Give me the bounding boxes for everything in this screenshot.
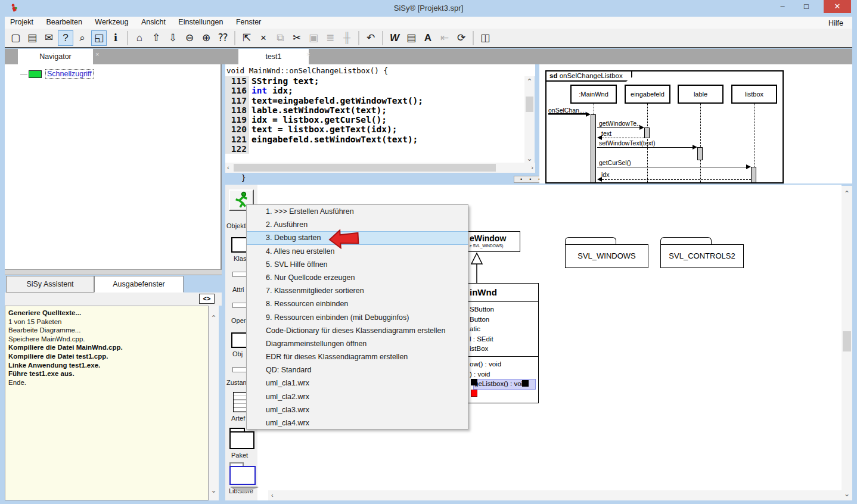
tree-branch bbox=[20, 74, 27, 74]
menu-item-erstellen-ausfuehren[interactable]: 1. >>> Erstellen Ausführen bbox=[247, 205, 468, 218]
menu-item-edr[interactable]: EDR für dieses Klassendiagramm erstellen bbox=[247, 350, 468, 363]
menu-item-qd-standard[interactable]: QD: Standard bbox=[247, 363, 468, 377]
window-edit-icon[interactable]: ◱ bbox=[91, 30, 107, 46]
menu-item-klassenmitglieder[interactable]: 7. Klassenmitglieder sortieren bbox=[247, 284, 468, 297]
menu-item-diagrammeinstellungen[interactable]: Diagrammeinstellungen öffnen bbox=[247, 337, 468, 350]
selected-operation[interactable]: geListbox() : voi bbox=[470, 379, 537, 389]
outline-icon[interactable]: ⇤ bbox=[437, 30, 452, 46]
menu-ansicht[interactable]: Ansicht bbox=[136, 17, 171, 27]
expander-button[interactable]: <> bbox=[199, 294, 215, 304]
paste-import-icon[interactable]: ⇱ bbox=[239, 30, 254, 46]
scroll-down-icon[interactable]: ⌄ bbox=[524, 154, 535, 163]
lifeline-head-eingabefeld[interactable]: eingabefeld bbox=[625, 85, 670, 104]
lifeline-head-lable[interactable]: lable bbox=[678, 85, 724, 104]
lifeline-head-mainwnd[interactable]: :MainWnd bbox=[570, 85, 617, 104]
maximize-button[interactable]: □ bbox=[797, 0, 815, 13]
font-icon[interactable]: A bbox=[420, 30, 436, 46]
palette-label-attribut[interactable]: Attri bbox=[232, 286, 244, 293]
word-export-icon[interactable]: W bbox=[387, 30, 402, 46]
navigator-close-icon[interactable]: × bbox=[95, 51, 99, 58]
menu-werkzeug[interactable]: Werkzeug bbox=[89, 17, 133, 27]
class-box-mainwnd[interactable]: inWnd SButton Button atic l : SEdit istB… bbox=[468, 283, 539, 403]
help-icon[interactable]: ? bbox=[58, 30, 73, 46]
undo-icon[interactable]: ↶ bbox=[363, 30, 378, 46]
scroll-up-icon[interactable]: ⌃ bbox=[209, 314, 219, 322]
sequence-diagram-frame[interactable]: sd onSelChangeListbox :MainWnd eingabefe… bbox=[545, 70, 784, 183]
scrollbar-thumb[interactable] bbox=[234, 164, 496, 172]
book-icon[interactable]: ◫ bbox=[477, 30, 493, 46]
menu-item-ressourcen[interactable]: 8. Ressourcen einbinden bbox=[247, 297, 468, 310]
navigate-down-icon[interactable]: ⇩ bbox=[165, 30, 181, 46]
test1-close-icon[interactable]: × bbox=[306, 51, 310, 58]
menu-item-uml-cla1[interactable]: uml_cla1.wrx bbox=[247, 377, 468, 390]
doc-help-icon[interactable]: ⁇ bbox=[215, 30, 231, 46]
new-document-icon[interactable]: ▢ bbox=[8, 30, 23, 46]
diagram-hscrollbar[interactable]: ‹ bbox=[268, 490, 842, 500]
menu-bearbeiten[interactable]: Bearbeiten bbox=[41, 17, 87, 27]
scrollbar-thumb[interactable] bbox=[843, 331, 851, 351]
output-line: Kompiliere die Datei MainWnd.cpp. bbox=[8, 343, 207, 352]
menu-item-uml-cla4[interactable]: uml_cla4.wrx bbox=[247, 416, 468, 430]
copy-icon[interactable]: ⧉ bbox=[272, 30, 288, 46]
scroll-up-icon[interactable]: ⌃ bbox=[842, 189, 852, 198]
arrowhead-icon bbox=[639, 125, 644, 130]
palette-label-artefakt[interactable]: Artef bbox=[231, 415, 245, 422]
selection-handle-red[interactable] bbox=[471, 390, 477, 397]
code-editor[interactable]: 115SString text; 116int idx; 117text=ein… bbox=[225, 76, 524, 163]
menu-item-ressourcen-debug[interactable]: 9. Ressourcen einbinden (mit Debugginfos… bbox=[247, 311, 468, 324]
refresh-doc-icon[interactable]: ⟳ bbox=[454, 30, 469, 46]
zoom-out-icon[interactable]: ⊖ bbox=[182, 30, 197, 46]
list-icon[interactable]: ≣ bbox=[322, 30, 338, 46]
package-svl-windows[interactable]: SVL_WINDOWS bbox=[565, 244, 648, 268]
menu-fenster[interactable]: Fenster bbox=[231, 17, 266, 27]
menu-item-uml-cla3[interactable]: uml_cla3.wrx bbox=[247, 403, 468, 416]
tab-ausgabefenster[interactable]: Ausgabefenster bbox=[94, 276, 184, 293]
output-scrollbar[interactable]: ⌃ ⌄ bbox=[209, 306, 219, 500]
menu-item-uml-cla2[interactable]: uml_cla2.wrx bbox=[247, 390, 468, 403]
scroll-down-icon[interactable]: ⌄ bbox=[209, 486, 219, 494]
open-folder-icon[interactable]: ▤ bbox=[24, 30, 40, 46]
person-info-icon[interactable]: ℹ bbox=[108, 30, 123, 46]
menu-projekt[interactable]: Projekt bbox=[5, 17, 39, 27]
close-button[interactable]: ✕ bbox=[824, 0, 851, 13]
pane-splitter[interactable] bbox=[5, 269, 222, 275]
home-icon[interactable]: ⌂ bbox=[132, 30, 147, 46]
tab-navigator[interactable]: Navigator bbox=[18, 49, 93, 64]
print-icon[interactable]: ▤ bbox=[403, 30, 419, 46]
menu-hilfe[interactable]: Hilfe bbox=[823, 18, 849, 29]
zoom-in-icon[interactable]: ⊕ bbox=[198, 30, 214, 46]
minimize-button[interactable]: – bbox=[774, 0, 791, 13]
delete-icon[interactable]: × bbox=[256, 30, 271, 46]
scroll-left-icon[interactable]: ‹ bbox=[227, 164, 229, 171]
search-icon[interactable]: ⌕ bbox=[74, 30, 90, 46]
navigate-up-icon[interactable]: ⇧ bbox=[148, 30, 164, 46]
scroll-down-icon[interactable]: ⌄ bbox=[842, 490, 852, 498]
mail-icon[interactable]: ✉ bbox=[41, 30, 57, 46]
lifeline-head-listbox[interactable]: listbox bbox=[731, 85, 777, 104]
palette-label-paket[interactable]: Paket bbox=[231, 452, 248, 459]
palette-overflow-icon[interactable] bbox=[230, 487, 259, 493]
diagram-vscrollbar[interactable]: ⌃ ⌄ bbox=[842, 186, 852, 500]
menu-item-nur-quellcode[interactable]: 6. Nur Quellcode erzeugen bbox=[247, 271, 468, 284]
cut-icon[interactable]: ✂ bbox=[289, 30, 305, 46]
class-box-framewindow[interactable]: eWindow e SVL_WINDOWS) bbox=[468, 231, 520, 252]
menu-einstellungen[interactable]: Einstellungen bbox=[173, 17, 228, 27]
scrollbar-thumb[interactable] bbox=[526, 97, 533, 112]
libstore-tool-icon[interactable] bbox=[229, 466, 256, 485]
menu-item-svl-hilfe[interactable]: 5. SVL Hilfe öffnen bbox=[247, 258, 468, 271]
scroll-right-icon[interactable]: › bbox=[531, 164, 533, 171]
menu-item-code-dictionary[interactable]: Code-Dictionary für dieses Klassendiagra… bbox=[247, 324, 468, 337]
palette-label-klasse[interactable]: Klas bbox=[234, 255, 246, 262]
palette-label-objekt[interactable]: Obj bbox=[232, 350, 243, 357]
paste-icon[interactable]: ▣ bbox=[306, 30, 321, 46]
package-svl-controls2[interactable]: SVL_CONTROLS2 bbox=[660, 244, 744, 268]
scroll-up-icon[interactable]: ⌃ bbox=[524, 77, 535, 86]
columns-icon[interactable]: ╫ bbox=[339, 30, 355, 46]
tree-item-schnellzugriff[interactable]: Schnellzugriff bbox=[20, 69, 94, 79]
tab-sisy-assistent[interactable]: SiSy Assistent bbox=[6, 276, 94, 293]
package-tool-icon[interactable] bbox=[229, 431, 254, 449]
scroll-left-icon[interactable]: ‹ bbox=[271, 491, 274, 499]
editor-vscrollbar[interactable]: ⌃ ⌄ bbox=[524, 76, 535, 163]
editor-hscrollbar[interactable]: ‹ › bbox=[225, 163, 535, 173]
tab-test1[interactable]: test1 bbox=[238, 49, 309, 64]
